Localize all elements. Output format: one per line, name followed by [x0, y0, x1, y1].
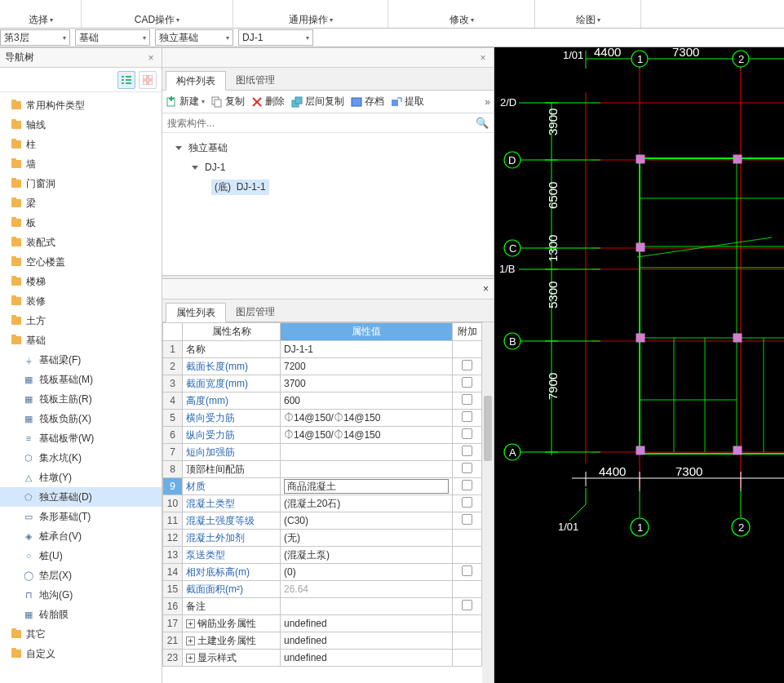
property-value-cell[interactable] — [281, 461, 453, 478]
property-value-cell[interactable] — [281, 598, 453, 615]
ribbon-label-modify[interactable]: 修改▾ — [450, 13, 474, 27]
nav-subitem[interactable]: ▦筏板主筋(R) — [0, 389, 162, 409]
nav-subitem[interactable]: ⊓地沟(G) — [0, 585, 162, 605]
property-value-cell[interactable] — [281, 444, 453, 461]
property-value-cell[interactable]: (0) — [281, 564, 453, 581]
ribbon-label-draw[interactable]: 绘图▾ — [576, 13, 600, 27]
nav-subitem[interactable]: ◈桩承台(V) — [0, 526, 162, 546]
toolbar-more-button[interactable]: » — [485, 96, 490, 108]
tree-item-l2[interactable]: (底) DJ-1-1 — [162, 177, 494, 197]
property-row[interactable]: 13泵送类型(混凝土泵) — [163, 547, 482, 564]
nav-item[interactable]: 基础 — [0, 330, 162, 350]
tree-root[interactable]: 独立基础 — [162, 138, 494, 157]
property-close-button[interactable]: × — [483, 283, 489, 295]
ribbon-label-common[interactable]: 通用操作▾ — [289, 13, 333, 27]
search-input[interactable] — [167, 118, 476, 129]
nav-item[interactable]: 梁 — [0, 193, 162, 213]
property-row[interactable]: 6纵向受力筋⏀14@150/⏀14@150 — [163, 427, 482, 444]
category-combo[interactable]: 基础▾ — [75, 29, 150, 46]
tab-drawing-manage[interactable]: 图纸管理 — [226, 70, 285, 90]
property-row[interactable]: 12混凝土外加剂(无) — [163, 530, 482, 547]
nav-subitem[interactable]: ⏚基础梁(F) — [0, 350, 162, 370]
nav-item[interactable]: 空心楼盖 — [0, 252, 162, 272]
property-value-cell[interactable]: (混凝土20石) — [281, 495, 453, 512]
tab-property-list[interactable]: 属性列表 — [166, 303, 226, 322]
checkbox[interactable] — [462, 377, 472, 388]
property-value-cell[interactable]: (C30) — [281, 512, 453, 530]
property-row[interactable]: 5横向受力筋⏀14@150/⏀14@150 — [163, 410, 482, 427]
property-value-cell[interactable]: (无) — [281, 530, 453, 547]
checkbox[interactable] — [462, 360, 472, 370]
drawing-canvas[interactable]: 1/01 4400 1 7300 2 D 2/D C 1/B B A 3900 — [494, 47, 784, 683]
property-row[interactable]: 16备注 — [163, 598, 482, 615]
property-row[interactable]: 4高度(mm)600 — [163, 393, 482, 410]
property-value-input[interactable] — [284, 479, 449, 494]
copy-button[interactable]: 复制 — [211, 95, 245, 109]
archive-button[interactable]: 存档 — [351, 95, 384, 109]
property-row[interactable]: 17+钢筋业务属性undefined — [163, 615, 482, 632]
nav-subitem[interactable]: ▦筏板基础(M) — [0, 370, 162, 389]
nav-item[interactable]: 楼梯 — [0, 272, 162, 291]
nav-subitem[interactable]: ⬡集水坑(K) — [0, 448, 162, 468]
property-row[interactable]: 15截面面积(m²)26.64 — [163, 581, 482, 598]
checkbox[interactable] — [462, 565, 472, 576]
property-value-cell[interactable]: undefined — [281, 632, 453, 650]
nav-item[interactable]: 墙 — [0, 154, 162, 174]
scroll-thumb[interactable] — [484, 396, 492, 461]
checkbox[interactable] — [462, 480, 472, 490]
property-value-cell[interactable]: (混凝土泵) — [281, 547, 453, 564]
nav-item[interactable]: 土方 — [0, 311, 162, 330]
tree-item-l1[interactable]: DJ-1 — [162, 157, 494, 177]
extract-button[interactable]: 提取 — [391, 95, 424, 109]
property-value-cell[interactable]: 7200 — [281, 358, 453, 375]
property-value-cell[interactable]: undefined — [281, 650, 453, 667]
nav-subitem[interactable]: ⬠独立基础(D) — [0, 487, 162, 507]
property-row[interactable]: 14相对底标高(m)(0) — [163, 564, 482, 581]
nav-view-grid-button[interactable] — [139, 71, 157, 89]
nav-item[interactable]: 门窗洞 — [0, 174, 162, 193]
property-value-cell[interactable]: DJ-1-1 — [281, 341, 453, 358]
checkbox[interactable] — [462, 428, 472, 439]
nav-close-button[interactable]: × — [145, 52, 157, 64]
floor-combo[interactable]: 第3层▾ — [0, 29, 70, 46]
nav-item[interactable]: 自定义 — [0, 644, 162, 663]
floor-copy-button[interactable]: 层间复制 — [291, 95, 344, 109]
nav-tree[interactable]: 常用构件类型轴线柱墙门窗洞梁板装配式空心楼盖楼梯装修土方基础⏚基础梁(F)▦筏板… — [0, 92, 162, 683]
checkbox[interactable] — [462, 411, 472, 422]
property-row[interactable]: 7短向加强筋 — [163, 444, 482, 461]
nav-item[interactable]: 其它 — [0, 624, 162, 644]
nav-item[interactable]: 柱 — [0, 135, 162, 154]
property-row[interactable]: 21+土建业务属性undefined — [163, 632, 482, 650]
delete-button[interactable]: 删除 — [251, 95, 285, 109]
checkbox[interactable] — [462, 514, 472, 525]
nav-subitem[interactable]: ▦筏板负筋(X) — [0, 409, 162, 428]
ribbon-label-cad[interactable]: CAD操作▾ — [135, 13, 179, 27]
property-row[interactable]: 23+显示样式undefined — [163, 650, 482, 667]
nav-item[interactable]: 装配式 — [0, 233, 162, 252]
type-combo[interactable]: 独立基础▾ — [155, 29, 233, 46]
expand-icon[interactable]: + — [186, 619, 195, 628]
nav-subitem[interactable]: △柱墩(Y) — [0, 468, 162, 487]
checkbox[interactable] — [462, 600, 472, 610]
expand-icon[interactable]: + — [186, 636, 195, 645]
nav-subitem[interactable]: ≡基础板带(W) — [0, 428, 162, 448]
ribbon-label-select[interactable]: 选择▾ — [29, 13, 53, 27]
nav-item[interactable]: 装修 — [0, 291, 162, 311]
nav-item[interactable]: 轴线 — [0, 115, 162, 135]
property-value-cell[interactable]: 3700 — [281, 375, 453, 393]
property-row[interactable]: 2截面长度(mm)7200 — [163, 358, 482, 375]
checkbox[interactable] — [462, 394, 472, 405]
checkbox[interactable] — [462, 463, 472, 473]
property-value-cell[interactable]: 600 — [281, 393, 453, 410]
component-tree[interactable]: 独立基础 DJ-1 (底) DJ-1-1 — [162, 133, 494, 275]
nav-item[interactable]: 板 — [0, 213, 162, 233]
property-grid[interactable]: 属性名称 属性值 附加 1名称DJ-1-12截面长度(mm)72003截面宽度(… — [162, 322, 482, 683]
property-value-cell[interactable] — [281, 478, 453, 495]
checkbox[interactable] — [462, 446, 472, 456]
property-value-cell[interactable]: ⏀14@150/⏀14@150 — [281, 410, 453, 427]
tab-component-list[interactable]: 构件列表 — [166, 71, 226, 91]
property-value-cell[interactable]: 26.64 — [281, 581, 453, 598]
property-scrollbar[interactable] — [482, 322, 494, 683]
nav-view-list-button[interactable] — [117, 71, 135, 89]
property-row[interactable]: 8顶部柱间配筋 — [163, 461, 482, 478]
